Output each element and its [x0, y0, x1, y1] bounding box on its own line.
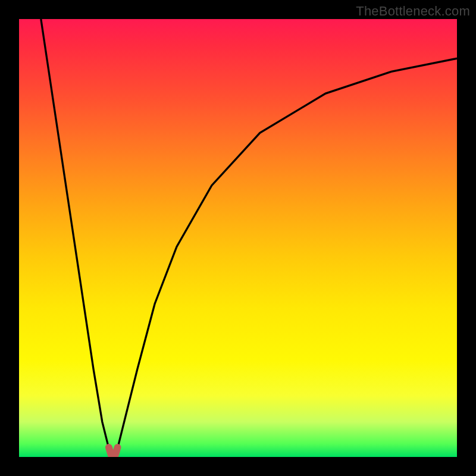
watermark-text: TheBottleneck.com [356, 4, 470, 19]
outer-frame: TheBottleneck.com [0, 0, 476, 476]
min-marker [109, 447, 118, 456]
plot-area [19, 19, 457, 457]
curve-left [41, 19, 109, 448]
curve-right [118, 58, 457, 448]
chart-svg [19, 19, 457, 457]
